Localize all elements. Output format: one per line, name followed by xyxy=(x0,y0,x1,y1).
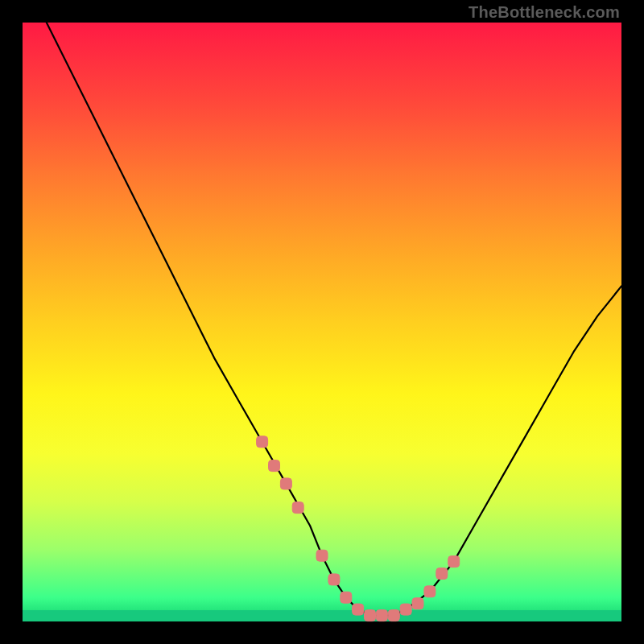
marker-point xyxy=(448,556,460,568)
marker-point xyxy=(436,568,448,580)
marker-point xyxy=(365,610,376,621)
marker-group xyxy=(257,436,460,621)
watermark-text: TheBottleneck.com xyxy=(469,3,620,22)
marker-point xyxy=(257,436,268,448)
marker-point xyxy=(269,460,280,472)
marker-point xyxy=(353,604,364,615)
marker-point xyxy=(341,592,352,603)
chart-svg xyxy=(23,23,621,621)
bottleneck-curve xyxy=(47,23,621,616)
plot-area xyxy=(23,23,621,621)
marker-point xyxy=(280,478,291,489)
marker-point xyxy=(388,610,399,621)
marker-point xyxy=(292,502,303,514)
marker-point xyxy=(412,598,423,609)
marker-point xyxy=(328,574,340,585)
marker-point xyxy=(316,550,328,561)
marker-point xyxy=(400,604,411,615)
chart-frame: TheBottleneck.com xyxy=(0,0,644,644)
marker-point xyxy=(376,610,387,621)
marker-point xyxy=(424,586,436,597)
